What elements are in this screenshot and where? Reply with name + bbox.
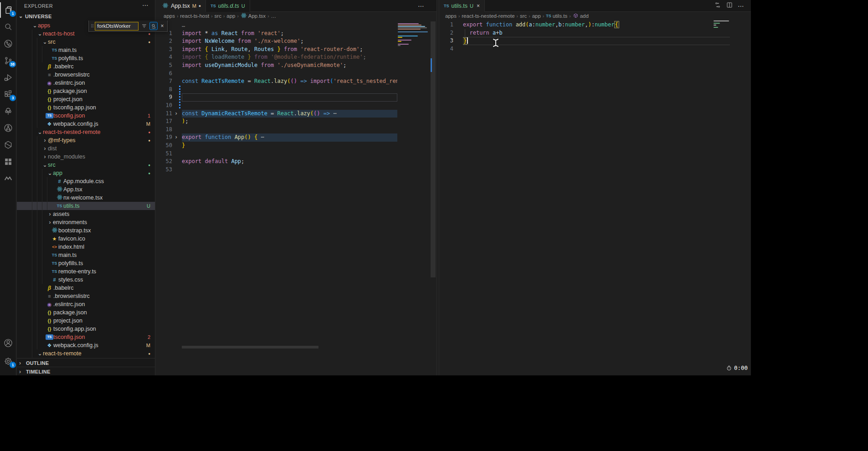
chevron-right-icon: › [19,360,21,366]
split-icon[interactable] [726,1,733,10]
tree-item-utils.ts[interactable]: TSutils.tsU [17,202,155,210]
tree-item-environments[interactable]: ›environments [17,218,155,226]
tree-item-label: assets [53,211,69,217]
activity-item-todo-tree[interactable] [0,103,16,119]
tree-item-project.json[interactable]: {}project.json [17,95,155,103]
tree-item-src[interactable]: ⌄src● [17,161,155,169]
panel-timeline[interactable]: ›TIMELINE [17,367,155,375]
tree-item-.browserslistrc[interactable]: ≡.browserslistrc [17,71,155,79]
indent-guide [32,185,37,194]
more-actions-icon[interactable]: ⋯ [418,2,425,10]
tab-utils.d.ts[interactable]: TSutils.d.tsU [206,0,250,12]
code-editor-right[interactable]: 1export function add(a:number,b:number,)… [439,21,751,53]
tree-item-.eslintrc.json[interactable]: ◉.eslintrc.json [17,79,155,87]
tree-item-main.ts[interactable]: TSmain.ts [17,46,155,54]
tree-item-index.html[interactable]: <>index.html [17,243,155,251]
tree-item-.babelrc[interactable]: β.babelrc [17,284,155,292]
fuzzy-search-icon[interactable] [149,22,158,30]
tree-item-webpack.config.js[interactable]: ❖webpack.config.jsM [17,120,155,128]
breadcrumb-item-react-ts-nested-remote[interactable]: react-ts-nested-remote [462,13,514,19]
breadcrumb-item-add[interactable]: add [573,13,589,20]
breadcrumb-item-…[interactable]: … [271,13,276,19]
close-icon[interactable]: × [477,3,480,9]
tree-item-react-ts-nested-remote[interactable]: ⌄react-ts-nested-remote● [17,128,155,136]
tree-item-.babelrc[interactable]: β.babelrc [17,62,155,71]
horizontal-scrollbar[interactable] [182,346,318,348]
tree-item-App.tsx[interactable]: App.tsx [17,185,155,194]
gutter-modified-marker [179,86,180,94]
activity-item-accounts[interactable] [0,335,16,351]
tree-item-label: package.json [53,309,87,316]
breadcrumb-item-app[interactable]: app [226,13,235,19]
breadcrumb-item-react-ts-host[interactable]: react-ts-host [180,13,209,19]
breadcrumb-item-src[interactable]: src [520,13,527,19]
close-icon[interactable]: × [159,23,165,29]
tree-item-remote-entry.ts[interactable]: TSremote-entry.ts [17,267,155,276]
tree-item-bootstrap.tsx[interactable]: bootstrap.tsx [17,226,155,235]
gutter-modified-marker [179,93,180,102]
tree-item-polyfills.ts[interactable]: TSpolyfills.ts [17,259,155,267]
breadcrumb-item-utils.ts[interactable]: TSutils.ts [546,13,567,19]
sidebar-more-actions-icon[interactable]: ⋯ [142,1,149,9]
activity-item-source-control[interactable]: 38 [0,53,16,68]
tree-item-@mf-types[interactable]: ›@mf-types● [17,136,155,144]
tab-App.tsx[interactable]: App.tsxM● [158,0,206,12]
breadcrumb-item-apps[interactable]: apps [164,13,175,19]
tree-item-tsconfig.app.json[interactable]: {}tsconfig.app.json [17,103,155,112]
tab-utils.ts[interactable]: TSutils.tsU× [439,0,485,12]
tree-item-label: utils.ts [63,203,79,209]
tree-item-main.ts[interactable]: TSmain.ts [17,251,155,259]
drag-grip-icon[interactable]: ⠿ [91,24,93,29]
activity-item-extensions[interactable]: 3 [0,87,16,102]
tree-item-dist[interactable]: ›dist [17,144,155,153]
tree-item-node_modules[interactable]: ›node_modules [17,153,155,161]
fold-chevron-icon[interactable]: › [175,110,178,118]
tree-item-react-ts-remote[interactable]: ⌄react-ts-remote● [17,349,155,358]
tree-item-favicon.ico[interactable]: ★favicon.ico [17,235,155,243]
code-editor-left[interactable]: …1import * as React from 'react';2import… [158,21,437,174]
tree-item-tsconfig.json[interactable]: TStsconfig.json1 [17,112,155,120]
tree-item-App.module.css[interactable]: #App.module.css [17,177,155,185]
breadcrumb-separator: › [517,14,518,19]
tree-item-project.json[interactable]: {}project.json [17,317,155,325]
tree-item-src[interactable]: ⌄src● [17,38,155,46]
tree-item-webpack.config.js[interactable]: ❖webpack.config.jsM [17,341,155,349]
tree-find-input[interactable] [95,22,139,31]
breadcrumb-item-src[interactable]: src [215,13,221,19]
activity-item-wallaby[interactable] [0,171,16,186]
tree-item-package.json[interactable]: {}package.json [17,87,155,95]
filter-icon[interactable] [140,22,148,30]
tree-item-tsconfig.app.json[interactable]: {}tsconfig.app.json [17,325,155,333]
indent-guide [37,194,42,202]
breadcrumb-item-App.tsx[interactable]: App.tsx [241,12,266,20]
panel-outline[interactable]: ›OUTLINE [17,358,155,367]
indent-guide [32,292,37,300]
tree-item-nx-welcome.tsx[interactable]: nx-welcome.tsx [17,194,155,202]
file-tree: ⌄apps⌄react-ts-host●⌄src●TSmain.tsTSpoly… [17,21,155,358]
tree-item-styles.css[interactable]: #styles.css [17,276,155,284]
activity-item-settings[interactable]: 1 [0,354,16,369]
tree-item-package.json[interactable]: {}package.json [17,308,155,317]
tree-item-.browserslistrc[interactable]: ≡.browserslistrc [17,292,155,300]
breadcrumb-separator: › [211,14,212,19]
activity-item-project-graph[interactable] [0,36,16,51]
activity-item-nx-console[interactable] [0,137,16,153]
activity-item-run-and-debug[interactable] [0,70,16,85]
workspace-section-header[interactable]: ⌄ UNIVERSE [17,12,155,21]
more-actions-icon[interactable]: ⋯ [738,2,745,10]
activity-item-search[interactable] [0,19,16,35]
tree-item-label: polyfills.ts [58,260,83,266]
activity-item-explorer[interactable]: 1 [0,2,16,18]
breadcrumb-item-apps[interactable]: apps [445,13,457,19]
swap-icon[interactable] [714,1,721,10]
tree-item-assets[interactable]: ›assets [17,210,155,218]
tree-item-tsconfig.json[interactable]: TStsconfig.json2 [17,333,155,341]
tree-item-app[interactable]: ⌄app● [17,169,155,177]
fold-chevron-icon[interactable]: › [175,133,178,142]
activity-item-git-graph[interactable] [0,120,16,136]
tree-item-.eslintrc.json[interactable]: ◉.eslintrc.json [17,300,155,308]
activity-item-project-manager[interactable] [0,154,16,169]
indent-guide [37,243,42,251]
tree-item-polyfills.ts[interactable]: TSpolyfills.ts [17,54,155,62]
breadcrumb-item-app[interactable]: app [532,13,541,19]
